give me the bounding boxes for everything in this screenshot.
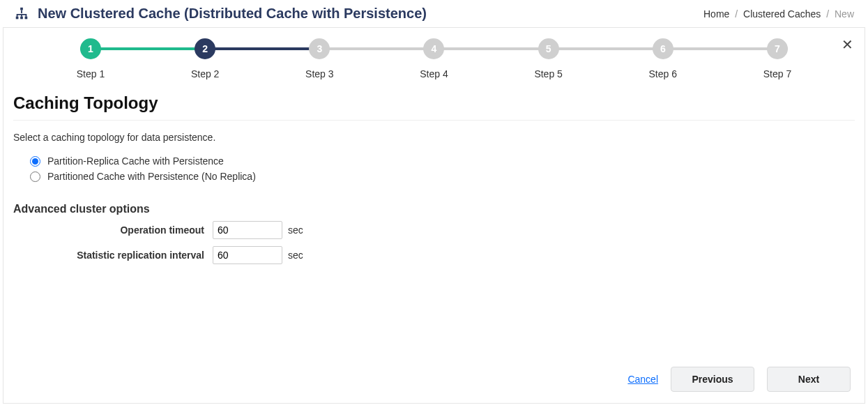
advanced-options-title: Advanced cluster options — [3, 186, 865, 221]
topology-radio[interactable] — [30, 156, 40, 167]
wizard-panel: ✕ 1234567 Step 1Step 2Step 3Step 4Step 5… — [3, 27, 865, 404]
breadcrumb-home[interactable]: Home — [703, 8, 729, 20]
svg-rect-1 — [16, 16, 19, 19]
close-icon: ✕ — [842, 37, 853, 52]
topology-label: Partitioned Cache with Persistence (No R… — [47, 171, 256, 182]
field-unit: sec — [288, 224, 303, 236]
topology-radio-group: Partition-Replica Cache with Persistence… — [3, 155, 865, 186]
field-unit: sec — [288, 250, 303, 261]
step-label: Step 4 — [413, 68, 455, 79]
step-circle-1[interactable]: 1 — [80, 38, 101, 59]
cancel-link[interactable]: Cancel — [627, 374, 658, 385]
topology-label: Partition-Replica Cache with Persistence — [47, 155, 224, 167]
sitemap-icon — [14, 6, 29, 22]
breadcrumb-separator: / — [826, 8, 829, 20]
svg-rect-2 — [20, 16, 23, 19]
step-label: Step 5 — [528, 68, 570, 79]
step-circle-7[interactable]: 7 — [767, 38, 788, 59]
step-circle-3[interactable]: 3 — [309, 38, 330, 59]
advanced-field-row: Operation timeoutsec — [3, 221, 865, 239]
topology-radio[interactable] — [30, 171, 40, 182]
svg-rect-3 — [25, 16, 28, 19]
next-button[interactable]: Next — [767, 367, 851, 392]
stat-replication-interval-input[interactable] — [213, 246, 282, 264]
section-instruction: Select a caching topology for data persi… — [3, 132, 865, 155]
step-circle-6[interactable]: 6 — [653, 38, 673, 59]
section-divider — [13, 120, 855, 121]
step-circle-5[interactable]: 5 — [538, 38, 559, 59]
previous-button[interactable]: Previous — [671, 367, 754, 392]
section-title: Caching Topology — [3, 89, 865, 120]
field-label: Operation timeout — [3, 224, 213, 236]
step-label: Step 2 — [184, 68, 226, 79]
breadcrumb-clustered-caches[interactable]: Clustered Caches — [743, 8, 821, 20]
step-label: Step 3 — [298, 68, 340, 79]
breadcrumb: Home / Clustered Caches / New — [703, 8, 854, 20]
advanced-field-row: Statistic replication intervalsec — [3, 246, 865, 264]
operation-timeout-input[interactable] — [213, 221, 282, 239]
breadcrumb-current: New — [835, 8, 854, 20]
step-label: Step 1 — [70, 68, 112, 79]
step-label: Step 6 — [642, 68, 684, 79]
page-title: New Clustered Cache (Distributed Cache w… — [38, 6, 427, 22]
close-button[interactable]: ✕ — [839, 35, 856, 54]
step-label: Step 7 — [756, 68, 798, 79]
breadcrumb-separator: / — [735, 8, 738, 20]
step-circle-4[interactable]: 4 — [423, 38, 444, 59]
step-circle-2[interactable]: 2 — [195, 38, 215, 59]
wizard-stepper: 1234567 Step 1Step 2Step 3Step 4Step 5St… — [80, 47, 788, 79]
topology-option[interactable]: Partition-Replica Cache with Persistence — [30, 155, 855, 167]
svg-rect-0 — [20, 7, 23, 10]
field-label: Statistic replication interval — [3, 250, 213, 261]
topology-option[interactable]: Partitioned Cache with Persistence (No R… — [30, 171, 855, 182]
